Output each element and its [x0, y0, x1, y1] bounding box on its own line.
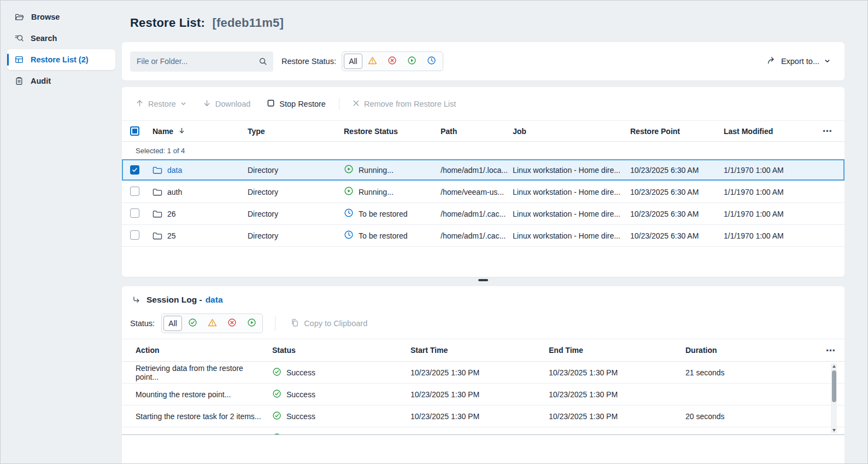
cell-job: Linux workstation - Home dire... — [513, 166, 630, 175]
cell-restore-point: 10/23/2025 6:30 AM — [630, 231, 724, 240]
row-checkbox[interactable] — [130, 230, 139, 240]
table-row[interactable]: 25 Directory To be restored /home/adm1/.… — [122, 225, 844, 247]
copy-to-clipboard-button[interactable]: Copy to Clipboard — [288, 318, 371, 329]
sidebar-item-audit[interactable]: Audit — [7, 71, 115, 91]
column-header-start-time[interactable]: Start Time — [405, 346, 543, 355]
table-row[interactable]: data Directory Running... /home/adm1/.lo… — [122, 159, 844, 181]
download-button[interactable]: Download — [203, 99, 251, 109]
main-content: Restore List: [fedeb11m5] Restore Status… — [122, 1, 868, 463]
filter-error-button[interactable] — [383, 54, 402, 69]
session-log-title-text: Session Log - — [146, 295, 202, 305]
file-search-input[interactable] — [130, 51, 273, 72]
cell-name[interactable]: data — [167, 166, 182, 175]
close-icon — [353, 100, 360, 108]
remove-label: Remove from Restore List — [364, 100, 456, 108]
export-button[interactable]: Export to... — [764, 55, 834, 67]
vertical-scrollbar[interactable] — [831, 363, 837, 433]
cell-type: Directory — [248, 231, 344, 240]
sidebar-item-label: Audit — [31, 77, 51, 85]
filter-pending-button[interactable] — [423, 54, 441, 69]
column-header-job[interactable]: Job — [513, 127, 630, 136]
cell-name[interactable]: auth — [167, 188, 182, 196]
log-row[interactable]: Mounting the restore point... Success 10… — [122, 384, 844, 405]
cell-end-time: 10/23/2025 1:30 PM — [543, 368, 680, 377]
restore-status-label: Restore Status: — [281, 57, 336, 66]
column-header-status[interactable]: Status — [267, 346, 405, 355]
session-log-header: Action Status Start Time End Time Durati… — [122, 339, 844, 362]
column-header-restore-point[interactable]: Restore Point — [630, 127, 724, 136]
sidebar-item-label: Search — [31, 34, 57, 43]
stop-restore-button[interactable]: Stop Restore — [267, 99, 326, 109]
table-row[interactable]: auth Directory Running... /home/veeam-us… — [122, 181, 844, 203]
success-icon — [272, 411, 281, 422]
folder-icon — [153, 166, 162, 175]
filter-divider — [275, 316, 275, 330]
table-header: Name Type Restore Status Path Job Restor… — [122, 121, 844, 142]
column-header-path[interactable]: Path — [441, 127, 513, 136]
cell-last-modified: 1/1/1970 1:00 AM — [724, 210, 823, 218]
row-checkbox[interactable] — [130, 187, 139, 196]
filter-all-button[interactable]: All — [344, 54, 362, 69]
select-all-checkbox[interactable] — [130, 126, 139, 136]
row-checkbox[interactable] — [130, 165, 139, 175]
log-row[interactable]: Starting the restore task for 2 items...… — [122, 405, 844, 427]
sidebar: Browse Search Restore List (2) Audit — [1, 1, 122, 463]
search-list-icon — [15, 34, 24, 43]
success-icon — [272, 433, 281, 436]
log-row[interactable]: Retrieving data from the restore point..… — [122, 362, 844, 384]
row-checkbox[interactable] — [130, 208, 139, 218]
filter-warning-button[interactable] — [363, 54, 382, 69]
cell-restore-status: To be restored — [359, 210, 408, 218]
cell-start-time: 10/23/2025 1:30 PM — [405, 368, 543, 377]
sidebar-item-label: Restore List (2) — [31, 55, 89, 64]
cell-duration: 20 seconds — [680, 412, 820, 421]
log-filter-warning-button[interactable] — [203, 316, 221, 331]
table-row[interactable]: 26 Directory To be restored /home/adm1/.… — [122, 203, 844, 225]
restore-button[interactable]: Restore — [136, 99, 186, 109]
sidebar-item-restore-list[interactable]: Restore List (2) — [7, 49, 115, 70]
scroll-up-button[interactable] — [831, 363, 837, 369]
restore-list-panel: Restore Download Stop Restore Remove fro… — [122, 87, 844, 277]
running-icon — [344, 186, 354, 198]
cell-action: Mounting the restore point... — [130, 390, 267, 399]
log-row[interactable]: ... Success 10/23/2025 1:30 PM 10/23/202… — [122, 427, 844, 435]
restore-toolbar: Restore Download Stop Restore Remove fro… — [122, 87, 844, 121]
log-filter-all-button[interactable]: All — [163, 316, 182, 331]
column-header-action[interactable]: Action — [130, 346, 267, 355]
chevron-down-icon — [824, 57, 830, 66]
cell-start-time: 10/23/2025 1:30 PM — [405, 412, 543, 421]
cell-restore-point: 10/23/2025 6:30 AM — [630, 188, 724, 196]
cell-name[interactable]: 26 — [167, 210, 176, 218]
cell-end-time: 10/23/2025 1:30 PM — [543, 390, 680, 399]
sidebar-item-label: Browse — [31, 13, 60, 21]
scroll-down-button[interactable] — [831, 427, 837, 433]
cell-last-modified: 1/1/1970 1:00 AM — [724, 166, 823, 175]
warning-icon — [368, 56, 377, 67]
column-options-button[interactable]: ⋯ — [826, 345, 836, 356]
scrollbar-thumb[interactable] — [832, 370, 836, 402]
clock-icon — [427, 56, 436, 67]
cell-restore-point: 10/23/2025 6:30 AM — [630, 210, 724, 218]
sidebar-item-search[interactable]: Search — [7, 28, 115, 49]
remove-from-restore-list-button[interactable]: Remove from Restore List — [353, 100, 456, 108]
column-header-last-modified[interactable]: Last Modified — [724, 127, 823, 136]
column-header-restore-status[interactable]: Restore Status — [344, 127, 441, 136]
log-filter-error-button[interactable] — [222, 316, 241, 331]
log-filter-running-button[interactable] — [242, 316, 261, 331]
column-header-end-time[interactable]: End Time — [543, 346, 680, 355]
folder-icon — [153, 210, 162, 218]
splitter-handle[interactable] — [478, 279, 488, 281]
running-icon — [407, 56, 417, 67]
sidebar-item-browse[interactable]: Browse — [7, 7, 115, 27]
column-header-type[interactable]: Type — [248, 127, 344, 136]
success-icon — [272, 389, 281, 400]
toolbar-divider — [339, 98, 339, 110]
cell-restore-status: Running... — [359, 188, 394, 196]
column-header-duration[interactable]: Duration — [680, 346, 820, 355]
log-filter-success-button[interactable] — [183, 316, 202, 331]
filter-running-button[interactable] — [403, 54, 421, 69]
success-icon — [188, 318, 197, 329]
cell-name[interactable]: 25 — [167, 231, 176, 240]
column-options-button[interactable]: ⋯ — [823, 126, 832, 136]
column-header-name[interactable]: Name — [153, 127, 248, 136]
